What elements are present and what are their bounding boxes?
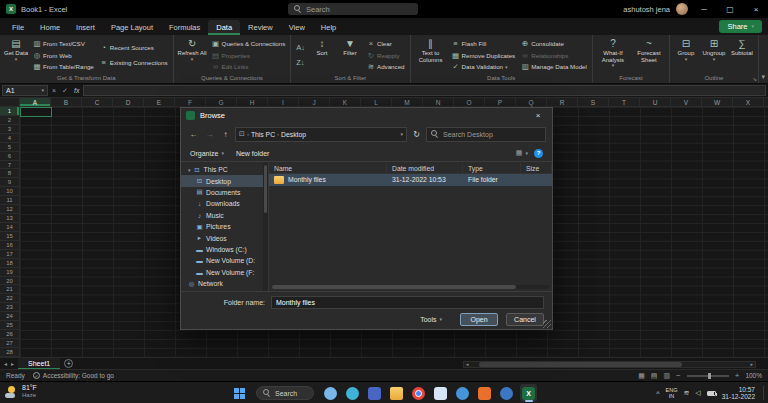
sort-button[interactable]: ↕Sort bbox=[309, 36, 335, 74]
minimize-button[interactable]: ─ bbox=[694, 0, 714, 18]
forecast-sheet-button[interactable]: ~Forecast Sheet bbox=[632, 36, 666, 74]
manage-data-model-button[interactable]: ▥Manage Data Model bbox=[519, 61, 589, 72]
scrollbar-thumb[interactable] bbox=[264, 165, 267, 213]
ribbon-tab-page-layout[interactable]: Page Layout bbox=[103, 20, 161, 35]
ribbon-tab-review[interactable]: Review bbox=[240, 20, 281, 35]
collapse-ribbon-icon[interactable]: ▾ bbox=[761, 73, 765, 81]
what-if-analysis-button[interactable]: ?What-If Analysis▾ bbox=[596, 36, 630, 74]
from-text-csv-button[interactable]: ▥From Text/CSV bbox=[31, 38, 96, 49]
column-header-u[interactable]: U bbox=[640, 98, 671, 106]
row-header-27[interactable]: 27 bbox=[0, 339, 19, 348]
row-header-13[interactable]: 13 bbox=[0, 214, 19, 223]
name-box[interactable]: A1 ▾ bbox=[2, 85, 48, 96]
accessibility-status[interactable]: ✓ Accessibility: Good to go bbox=[33, 372, 114, 379]
ribbon-tab-data[interactable]: Data bbox=[208, 20, 240, 35]
list-column-header-name[interactable]: Name bbox=[269, 163, 387, 173]
cancel-icon[interactable]: × bbox=[50, 87, 58, 94]
refresh-all-button[interactable]: ↻Refresh All▾ bbox=[177, 36, 208, 74]
battery-icon[interactable] bbox=[707, 391, 716, 396]
hidden-icons-chevron-icon[interactable]: ^ bbox=[656, 390, 659, 397]
column-header-s[interactable]: S bbox=[578, 98, 609, 106]
mail-icon[interactable] bbox=[322, 384, 339, 402]
zoom-out-icon[interactable]: − bbox=[676, 371, 681, 380]
column-header-m[interactable]: M bbox=[392, 98, 423, 106]
chevron-down-icon[interactable]: ▾ bbox=[400, 131, 403, 137]
column-header-k[interactable]: K bbox=[330, 98, 361, 106]
skype-icon[interactable] bbox=[454, 384, 471, 402]
row-header-7[interactable]: 7 bbox=[0, 161, 19, 170]
enter-icon[interactable]: ✓ bbox=[60, 87, 70, 95]
row-header-10[interactable]: 10 bbox=[0, 187, 19, 196]
column-header-p[interactable]: P bbox=[485, 98, 516, 106]
properties-button[interactable]: ▤Properties bbox=[210, 50, 288, 61]
word-icon[interactable] bbox=[366, 384, 383, 402]
help-icon[interactable]: ? bbox=[534, 149, 543, 158]
maximize-button[interactable]: ▢ bbox=[720, 0, 740, 18]
from-web-button[interactable]: ◎From Web bbox=[31, 50, 96, 61]
sidebar-item-music[interactable]: ♪Music bbox=[181, 210, 263, 221]
ungroup-button[interactable]: ⊞Ungroup▾ bbox=[701, 36, 727, 74]
breadcrumb-item-this-pc[interactable]: This PC bbox=[251, 131, 275, 138]
row-header-19[interactable]: 19 bbox=[0, 268, 19, 277]
sidebar-item-desktop[interactable]: ⊡Desktop bbox=[181, 175, 263, 186]
organize-button[interactable]: Organize ▾ bbox=[190, 150, 224, 157]
cancel-button[interactable]: Cancel bbox=[506, 313, 544, 326]
row-header-5[interactable]: 5 bbox=[0, 143, 19, 152]
refresh-icon[interactable]: ↻ bbox=[410, 128, 423, 141]
recent-sources-button[interactable]: ◔Recent Sources bbox=[98, 42, 170, 53]
row-header-16[interactable]: 16 bbox=[0, 241, 19, 250]
text-to-columns-button[interactable]: ∥Text to Columns bbox=[414, 36, 448, 74]
back-button[interactable]: ← bbox=[187, 128, 200, 141]
column-header-i[interactable]: I bbox=[268, 98, 299, 106]
wifi-icon[interactable]: ≋ bbox=[683, 389, 689, 397]
row-header-4[interactable]: 4 bbox=[0, 134, 19, 143]
normal-view-icon[interactable]: ▦ bbox=[638, 372, 645, 380]
row-header-22[interactable]: 22 bbox=[0, 294, 19, 303]
page-layout-view-icon[interactable]: ▤ bbox=[651, 372, 658, 380]
group-button[interactable]: ⊟Group▾ bbox=[673, 36, 699, 74]
clear-button[interactable]: ×Clear bbox=[365, 38, 407, 49]
store-icon[interactable] bbox=[432, 384, 449, 402]
new-folder-button[interactable]: New folder bbox=[236, 150, 269, 157]
column-header-q[interactable]: Q bbox=[516, 98, 547, 106]
subtotal-button[interactable]: ∑Subtotal bbox=[729, 36, 755, 74]
data-validation-button[interactable]: ✓Data Validation▾ bbox=[450, 61, 518, 72]
select-all-corner[interactable] bbox=[0, 98, 20, 107]
dialog-search-input[interactable]: Search Desktop bbox=[426, 127, 546, 142]
column-header-x[interactable]: X bbox=[733, 98, 764, 106]
dialog-launcher-icon[interactable]: ↘ bbox=[752, 76, 757, 82]
edge-icon[interactable] bbox=[344, 384, 361, 402]
column-header-v[interactable]: V bbox=[671, 98, 702, 106]
sidebar-item-pictures[interactable]: ▣Pictures bbox=[181, 221, 263, 232]
add-sheet-button[interactable]: + bbox=[64, 359, 73, 368]
row-header-23[interactable]: 23 bbox=[0, 303, 19, 312]
ribbon-tab-insert[interactable]: Insert bbox=[68, 20, 103, 35]
zoom-in-icon[interactable]: + bbox=[735, 371, 740, 380]
filter-button[interactable]: ▼Filter bbox=[337, 36, 363, 74]
row-header-14[interactable]: 14 bbox=[0, 223, 19, 232]
column-header-j[interactable]: J bbox=[299, 98, 330, 106]
row-header-3[interactable]: 3 bbox=[0, 125, 19, 134]
sidebar-item-downloads[interactable]: ↓Downloads bbox=[181, 198, 263, 209]
column-header-o[interactable]: O bbox=[454, 98, 485, 106]
row-header-26[interactable]: 26 bbox=[0, 330, 19, 339]
row-header-9[interactable]: 9 bbox=[0, 178, 19, 187]
avatar[interactable] bbox=[676, 3, 688, 15]
column-header-l[interactable]: L bbox=[361, 98, 392, 106]
scroll-right-icon[interactable]: ▸ bbox=[748, 361, 755, 367]
flash-fill-button[interactable]: ≡Flash Fill bbox=[450, 38, 518, 49]
scrollbar-thumb[interactable] bbox=[479, 362, 683, 367]
tools-button[interactable]: Tools ▾ bbox=[420, 316, 442, 323]
sheet-nav-left-icon[interactable]: ◂ bbox=[4, 360, 7, 367]
onedrive-icon[interactable] bbox=[498, 384, 515, 402]
column-header-t[interactable]: T bbox=[609, 98, 640, 106]
close-button[interactable]: × bbox=[746, 0, 766, 18]
row-header-24[interactable]: 24 bbox=[0, 312, 19, 321]
open-button[interactable]: Open bbox=[460, 313, 498, 326]
sidebar-item-network[interactable]: ◎Network bbox=[181, 278, 263, 289]
row-header-21[interactable]: 21 bbox=[0, 285, 19, 294]
column-header-b[interactable]: B bbox=[51, 98, 82, 106]
row-header-11[interactable]: 11 bbox=[0, 196, 19, 205]
column-header-r[interactable]: R bbox=[547, 98, 578, 106]
show-desktop-button[interactable] bbox=[763, 386, 764, 400]
